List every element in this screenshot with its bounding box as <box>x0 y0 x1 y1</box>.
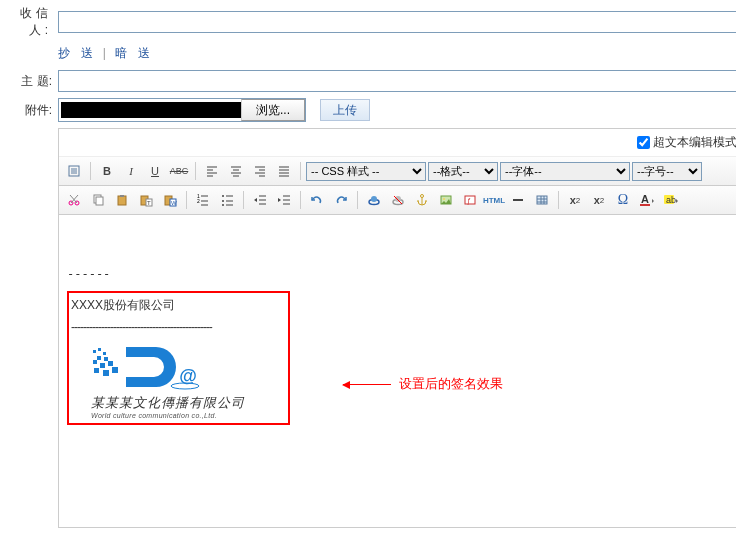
underline-icon[interactable]: U <box>144 160 166 182</box>
svg-point-15 <box>222 195 224 197</box>
font-select[interactable]: --字体-- <box>500 162 630 181</box>
svg-rect-38 <box>100 363 105 368</box>
svg-rect-27 <box>537 196 547 204</box>
align-left-icon[interactable] <box>201 160 223 182</box>
redo-icon[interactable] <box>330 189 352 211</box>
svg-rect-34 <box>103 352 106 355</box>
cut-icon[interactable] <box>63 189 85 211</box>
logo-english-text: World culture communication co.,Ltd. <box>91 412 284 419</box>
svg-rect-36 <box>104 357 108 361</box>
editor-content[interactable]: ------ XXXX股份有限公司 ----------------------… <box>59 215 736 527</box>
copy-icon[interactable] <box>87 189 109 211</box>
svg-point-21 <box>395 196 401 202</box>
svg-rect-33 <box>98 348 101 351</box>
browse-button[interactable]: 浏览... <box>241 99 305 121</box>
bcc-link[interactable]: 暗 送 <box>115 46 154 60</box>
ordered-list-icon[interactable]: 12 <box>192 189 214 211</box>
flash-icon[interactable]: ƒ <box>459 189 481 211</box>
size-select[interactable]: --字号-- <box>632 162 702 181</box>
upload-button[interactable]: 上传 <box>320 99 370 121</box>
subscript-icon[interactable]: x2 <box>564 189 586 211</box>
source-icon[interactable] <box>63 160 85 182</box>
file-input[interactable]: 浏览... <box>58 98 306 122</box>
svg-rect-4 <box>96 197 103 205</box>
svg-rect-5 <box>118 196 126 205</box>
annotation-arrow: 设置后的签名效果 <box>343 375 503 393</box>
logo-image: @ 某某某文化傳播有限公司 World culture communicatio… <box>71 338 286 421</box>
svg-rect-32 <box>93 350 96 353</box>
unlink-icon[interactable] <box>387 189 409 211</box>
align-justify-icon[interactable] <box>273 160 295 182</box>
subject-input[interactable] <box>58 70 736 92</box>
svg-text:A: A <box>641 193 649 205</box>
bold-icon[interactable]: B <box>96 160 118 182</box>
svg-rect-29 <box>640 204 650 206</box>
link-icon[interactable] <box>363 189 385 211</box>
italic-icon[interactable]: I <box>120 160 142 182</box>
subject-label: 主 题: <box>10 73 52 90</box>
richtext-checkbox[interactable] <box>637 136 650 149</box>
svg-rect-40 <box>94 368 99 373</box>
unordered-list-icon[interactable] <box>216 189 238 211</box>
svg-rect-39 <box>108 361 113 366</box>
css-style-select[interactable]: -- CSS 样式 -- <box>306 162 426 181</box>
outdent-icon[interactable] <box>249 189 271 211</box>
attach-label: 附件: <box>10 102 52 119</box>
symbol-icon[interactable]: Ω <box>612 189 634 211</box>
cc-bcc-links: 抄 送 | 暗 送 <box>58 45 736 62</box>
separator-text: ------ <box>67 267 736 281</box>
paste-word-icon[interactable]: W <box>159 189 181 211</box>
svg-rect-42 <box>112 367 118 373</box>
html-icon[interactable]: HTML <box>483 189 505 211</box>
svg-rect-35 <box>97 356 101 360</box>
svg-point-19 <box>371 196 377 202</box>
svg-text:ab: ab <box>666 195 676 205</box>
undo-icon[interactable] <box>306 189 328 211</box>
font-color-icon[interactable]: A <box>636 189 658 211</box>
svg-text:W: W <box>171 200 177 206</box>
align-right-icon[interactable] <box>249 160 271 182</box>
signature-box: XXXX股份有限公司 -----------------------------… <box>67 291 290 425</box>
signature-dashes: ----------------------------------------… <box>71 320 286 334</box>
svg-text:2: 2 <box>197 198 200 204</box>
strike-icon[interactable]: ABC <box>168 160 190 182</box>
svg-text:ƒ: ƒ <box>467 197 471 205</box>
align-center-icon[interactable] <box>225 160 247 182</box>
to-input[interactable] <box>58 11 736 33</box>
superscript-icon[interactable]: x2 <box>588 189 610 211</box>
toolbar-row-1: B I U ABC -- CSS 样式 -- --格式-- --字体-- --字… <box>59 157 736 186</box>
svg-point-24 <box>443 198 445 200</box>
annotation-text: 设置后的签名效果 <box>399 375 503 393</box>
svg-rect-37 <box>93 360 97 364</box>
bg-color-icon[interactable]: ab <box>660 189 682 211</box>
svg-rect-41 <box>103 370 109 376</box>
table-icon[interactable] <box>531 189 553 211</box>
toolbar-row-2: T W 12 ƒ HTML x2 x2 Ω A ab <box>59 186 736 215</box>
format-select[interactable]: --格式-- <box>428 162 498 181</box>
svg-point-16 <box>222 200 224 202</box>
indent-icon[interactable] <box>273 189 295 211</box>
to-label: 收信人: <box>10 5 52 39</box>
svg-rect-6 <box>120 195 124 197</box>
company-name: XXXX股份有限公司 <box>71 297 286 314</box>
anchor-icon[interactable] <box>411 189 433 211</box>
image-icon[interactable] <box>435 189 457 211</box>
logo-chinese-text: 某某某文化傳播有限公司 <box>91 394 284 412</box>
richtext-label: 超文本编辑模式 <box>653 134 736 151</box>
paste-text-icon[interactable]: T <box>135 189 157 211</box>
paste-icon[interactable] <box>111 189 133 211</box>
svg-text:T: T <box>147 200 151 206</box>
svg-point-17 <box>222 204 224 206</box>
hr-icon[interactable] <box>507 189 529 211</box>
cc-link[interactable]: 抄 送 <box>58 46 97 60</box>
editor: 超文本编辑模式 B I U ABC -- CSS 样式 -- --格式-- --… <box>58 128 736 528</box>
